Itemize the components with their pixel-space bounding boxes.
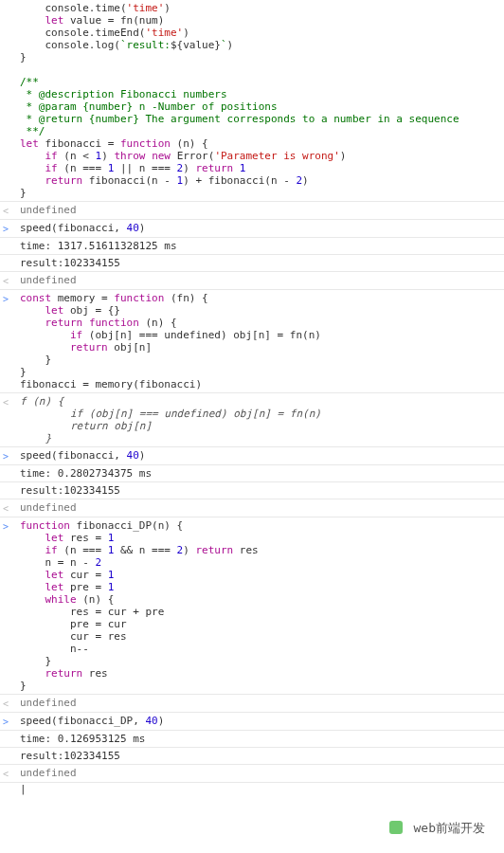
blank-gutter <box>3 733 14 745</box>
input-prompt-icon: > <box>3 292 14 390</box>
console-row[interactable]: >speed(fibonacci, 40) <box>0 447 504 465</box>
console-input-cursor[interactable]: | <box>0 783 504 795</box>
console-row[interactable]: <undefined <box>0 695 504 713</box>
console-row-content[interactable]: result:102334155 <box>14 257 504 269</box>
console-row[interactable]: time: 0.2802734375 ms <box>0 465 504 482</box>
output-prompt-icon: < <box>3 274 14 287</box>
console-row[interactable]: result:102334155 <box>0 482 504 499</box>
input-prompt-icon: > <box>3 222 14 235</box>
blank-gutter <box>3 2 14 199</box>
console-row-content[interactable]: const memory = function (fn) { let obj =… <box>14 292 504 390</box>
console-row-content[interactable]: result:102334155 <box>14 750 504 762</box>
blank-gutter <box>3 257 14 269</box>
console-row-content[interactable]: undefined <box>14 204 504 217</box>
console-row[interactable]: <f (n) { if (obj[n] === undefined) obj[n… <box>0 393 504 447</box>
console-row[interactable]: result:102334155 <box>0 255 504 272</box>
output-prompt-icon: < <box>3 204 14 217</box>
input-prompt-icon: > <box>3 519 14 692</box>
output-prompt-icon: < <box>3 697 14 710</box>
console-row[interactable]: <undefined <box>0 272 504 290</box>
console-row-content[interactable]: undefined <box>14 697 504 710</box>
output-prompt-icon: < <box>3 395 14 445</box>
console-row[interactable]: result:102334155 <box>0 748 504 765</box>
console-row-content[interactable]: time: 0.2802734375 ms <box>14 467 504 480</box>
console-row[interactable]: >function fibonacci_DP(n) { let res = 1 … <box>0 517 504 695</box>
console-row-content[interactable]: speed(fibonacci_DP, 40) <box>14 715 504 728</box>
console-row-content[interactable]: function fibonacci_DP(n) { let res = 1 i… <box>14 519 504 692</box>
console-row-content[interactable]: result:102334155 <box>14 484 504 497</box>
input-prompt-icon: > <box>3 449 14 463</box>
console-row[interactable]: >speed(fibonacci, 40) <box>0 220 504 238</box>
blank-gutter <box>3 484 14 497</box>
devtools-console[interactable]: console.time('time') let value = fn(num)… <box>0 0 504 783</box>
console-row[interactable]: time: 1317.51611328125 ms <box>0 238 504 255</box>
output-prompt-icon: < <box>3 501 14 515</box>
blank-gutter <box>3 240 14 252</box>
console-row-content[interactable]: undefined <box>14 767 504 780</box>
blank-gutter <box>3 467 14 480</box>
console-row-content[interactable]: time: 0.126953125 ms <box>14 733 504 745</box>
output-prompt-icon: < <box>3 767 14 780</box>
console-row[interactable]: >const memory = function (fn) { let obj … <box>0 290 504 393</box>
input-prompt-icon: > <box>3 715 14 728</box>
console-row-content[interactable]: f (n) { if (obj[n] === undefined) obj[n]… <box>14 395 504 445</box>
console-row[interactable]: time: 0.126953125 ms <box>0 731 504 748</box>
blank-gutter <box>3 750 14 762</box>
console-row[interactable]: <undefined <box>0 499 504 517</box>
console-row[interactable]: <undefined <box>0 202 504 220</box>
console-row-content[interactable]: console.time('time') let value = fn(num)… <box>14 2 504 199</box>
console-row[interactable]: <undefined <box>0 765 504 783</box>
console-row-content[interactable]: time: 1317.51611328125 ms <box>14 240 504 252</box>
console-row-content[interactable]: undefined <box>14 501 504 515</box>
console-row[interactable]: >speed(fibonacci_DP, 40) <box>0 713 504 731</box>
console-row-content[interactable]: speed(fibonacci, 40) <box>14 449 504 463</box>
console-row-content[interactable]: undefined <box>14 274 504 287</box>
console-row-content[interactable]: speed(fibonacci, 40) <box>14 222 504 235</box>
console-row[interactable]: console.time('time') let value = fn(num)… <box>0 0 504 202</box>
